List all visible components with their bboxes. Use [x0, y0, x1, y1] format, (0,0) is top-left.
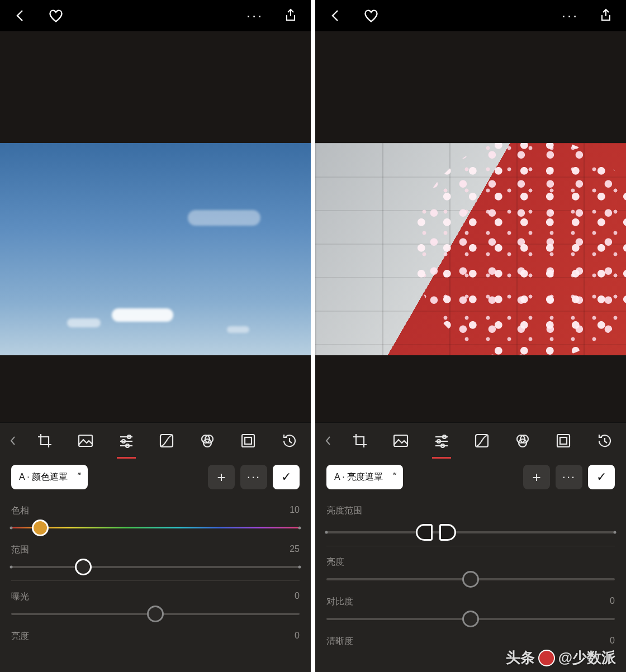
slider-thumb[interactable] — [147, 606, 164, 622]
slider-brightness: 亮度 0 — [11, 621, 300, 642]
chevron-left-icon[interactable] — [4, 427, 21, 454]
slider-lum-range: 亮度范围 — [326, 495, 615, 546]
slider-value: 0 — [295, 591, 300, 603]
photo-building — [315, 143, 626, 355]
slider-clarity: 清晰度 0 — [326, 626, 615, 647]
confirm-button[interactable]: ✓ — [588, 465, 615, 489]
track-dot — [10, 566, 13, 569]
heart-icon[interactable] — [361, 6, 381, 26]
slider-brightness: 亮度 — [326, 546, 615, 580]
frame-icon[interactable] — [231, 427, 265, 454]
slider-track[interactable] — [326, 618, 615, 620]
slider-thumb[interactable] — [462, 611, 479, 627]
watermark-logo-icon — [538, 650, 555, 666]
curves-icon[interactable] — [149, 427, 184, 454]
slider-range: 范围 25 — [11, 534, 300, 581]
phone-right: ··· — [315, 0, 626, 672]
add-button[interactable]: + — [208, 465, 235, 489]
slider-thumb[interactable] — [75, 559, 92, 575]
image-icon[interactable] — [68, 427, 103, 454]
track-dot — [325, 531, 328, 534]
slider-label: 亮度 — [326, 556, 344, 568]
svg-rect-12 — [245, 437, 252, 444]
svg-rect-0 — [79, 435, 92, 446]
slider-value: 25 — [290, 544, 300, 556]
slider-label: 曝光 — [11, 591, 29, 603]
slider-track[interactable] — [11, 566, 300, 568]
watermark-prefix: 头条 — [506, 648, 535, 668]
confirm-button[interactable]: ✓ — [273, 465, 300, 489]
share-icon[interactable] — [281, 6, 301, 26]
mask-label: A · 亮度遮罩 — [334, 471, 383, 483]
slider-label: 亮度 — [11, 631, 29, 642]
mask-selector[interactable]: A · 亮度遮罩 ˄˅ — [326, 465, 403, 489]
slider-value: 0 — [295, 631, 300, 642]
history-icon[interactable] — [587, 427, 622, 454]
image-icon[interactable] — [383, 427, 418, 454]
watermark-handle: @少数派 — [558, 648, 616, 668]
slider-label: 对比度 — [326, 596, 353, 608]
back-icon[interactable] — [10, 6, 30, 26]
color-icon[interactable] — [190, 427, 225, 454]
slider-value: 10 — [290, 505, 300, 517]
range-thumb-low[interactable] — [416, 524, 433, 541]
mask-chip-row: A · 颜色遮罩 ˄˅ + ··· ✓ — [0, 458, 311, 495]
mask-label: A · 颜色遮罩 — [19, 471, 68, 483]
topbar: ··· — [0, 0, 311, 31]
slider-exposure: 曝光 0 — [11, 581, 300, 615]
curves-icon[interactable] — [464, 427, 499, 454]
cloud — [112, 308, 173, 322]
cloud — [67, 318, 101, 327]
track-dot — [614, 531, 616, 534]
adjust-icon[interactable] — [424, 427, 459, 454]
track-dot — [10, 526, 13, 529]
image-canvas[interactable] — [315, 31, 626, 422]
share-icon[interactable] — [596, 6, 616, 26]
color-icon[interactable] — [505, 427, 540, 454]
updown-icon: ˄˅ — [392, 471, 395, 483]
slider-label: 色相 — [11, 505, 29, 517]
frame-icon[interactable] — [546, 427, 581, 454]
blossom-tree — [414, 143, 626, 355]
slider-label: 亮度范围 — [326, 505, 362, 517]
slider-thumb[interactable] — [32, 520, 49, 536]
adjust-icon[interactable] — [109, 427, 144, 454]
tool-strip — [0, 422, 311, 458]
slider-value: 0 — [610, 636, 615, 647]
slider-label: 范围 — [11, 544, 29, 556]
track-dot — [298, 566, 301, 569]
svg-rect-24 — [557, 435, 570, 447]
back-icon[interactable] — [325, 6, 345, 26]
sliders-panel: 色相 10 范围 25 曝光 0 — [0, 495, 311, 672]
range-thumb-high[interactable] — [439, 524, 456, 541]
heart-icon[interactable] — [46, 6, 66, 26]
slider-contrast: 对比度 0 — [326, 586, 615, 620]
mask-chip-row: A · 亮度遮罩 ˄˅ + ··· ✓ — [315, 458, 626, 495]
crop-icon[interactable] — [27, 427, 62, 454]
more-icon[interactable]: ··· — [560, 6, 580, 26]
updown-icon: ˄˅ — [77, 471, 79, 483]
topbar: ··· — [315, 0, 626, 31]
sliders-panel: 亮度范围 亮度 对比度 0 — [315, 495, 626, 672]
more-button[interactable]: ··· — [556, 465, 582, 489]
add-button[interactable]: + — [523, 465, 550, 489]
cloud — [188, 210, 260, 226]
mask-selector[interactable]: A · 颜色遮罩 ˄˅ — [11, 465, 88, 489]
svg-rect-13 — [394, 435, 407, 446]
range-track[interactable] — [326, 531, 615, 533]
slider-label: 清晰度 — [326, 636, 353, 647]
slider-track-hue[interactable] — [11, 527, 300, 528]
phone-left: ··· — [0, 0, 311, 672]
slider-thumb[interactable] — [462, 571, 479, 588]
chevron-left-icon[interactable] — [320, 427, 336, 454]
history-icon[interactable] — [272, 427, 306, 454]
photo-sky — [0, 143, 311, 355]
image-canvas[interactable] — [0, 31, 311, 422]
more-icon[interactable]: ··· — [245, 6, 265, 26]
slider-track[interactable] — [11, 613, 300, 615]
slider-track[interactable] — [326, 578, 615, 580]
watermark: 头条 @少数派 — [506, 648, 616, 668]
svg-rect-11 — [242, 435, 254, 447]
crop-icon[interactable] — [343, 427, 377, 454]
more-button[interactable]: ··· — [240, 465, 267, 489]
